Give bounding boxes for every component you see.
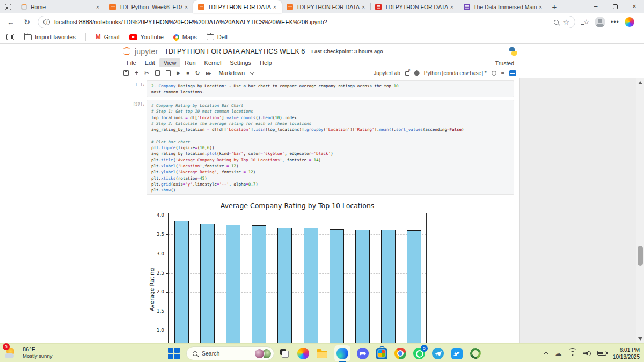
cell-type-dropdown[interactable]: Markdown [219,70,245,76]
tab-label: TDI_Python_Week6_EDA (1) [119,4,182,10]
tab-week6-notebook-2[interactable]: TDI PYTHON FOR DATA ANA × [282,0,370,13]
url-bar[interactable]: i localhost:8888/notebooks/TDI%20PYTHON%… [38,16,575,28]
scroll-up-arrow-icon[interactable] [638,81,642,84]
copilot-icon[interactable] [625,17,634,27]
code-token: value_counts [226,115,255,120]
edge-button-active[interactable] [334,345,350,361]
restart-kernel-button[interactable]: ↻ [195,70,200,76]
notifications-icon[interactable] [509,70,516,76]
import-favorites-button[interactable]: Import favorites [24,34,76,40]
menu-kernel[interactable]: Kernel [200,58,226,67]
tab-close-icon[interactable]: × [537,3,544,11]
wifi-icon[interactable] [568,350,577,357]
menu-view[interactable]: View [159,58,181,67]
scroll-down-arrow-icon[interactable] [638,337,642,341]
trusted-button[interactable]: Trusted [493,59,516,68]
chevron-down-icon[interactable] [250,70,254,74]
notebook-title[interactable]: TDI PYTHON FOR DATA ANALYTICS WEEK 6 [164,48,305,55]
tab-close-icon[interactable]: × [182,3,190,11]
scrollbar-thumb[interactable] [638,246,643,266]
jupyter-brand[interactable]: jupyter TDI PYTHON FOR DATA ANALYTICS WE… [122,47,383,56]
tab-week6-eda[interactable]: TDI_Python_Week6_EDA (1) × [105,0,193,13]
window-minimize-button[interactable]: – [586,0,605,13]
debugger-icon[interactable] [414,71,419,76]
new-tab-button[interactable]: + [547,0,561,13]
tab-close-icon[interactable]: × [448,3,456,11]
notebook-scroll-area[interactable]: [ ]: 2. Company Ratings by Location: - U… [0,78,519,343]
chrome-button[interactable] [394,347,407,360]
copy-cell-button[interactable] [155,70,160,76]
start-button[interactable] [168,348,180,359]
menu-edit[interactable]: Edit [141,58,159,67]
paste-cell-button[interactable] [166,70,171,76]
favorite-star-icon[interactable]: ☆ [563,19,569,26]
cut-cell-button[interactable]: ✂ [144,70,149,76]
kernel-menu-icon[interactable]: ≡ [501,70,504,77]
battery-icon[interactable] [597,351,606,356]
task-view-button[interactable] [278,347,291,360]
code-cell-input[interactable]: # Company Rating by Location Bar Chart# … [147,100,514,195]
restart-run-all-button[interactable]: ▶▶ [206,71,211,75]
trending-search-thumbnail[interactable] [254,349,265,359]
favorites-divider [85,33,86,41]
code-line: plt.title('Average Company Rating by Top… [151,157,514,163]
jupyterlab-link[interactable]: JupyterLab [374,70,400,76]
sidebar-toggle-icon[interactable] [6,34,14,40]
browser-menu-icon[interactable]: ••• [611,18,619,26]
file-explorer-button[interactable] [316,347,328,360]
save-button[interactable] [123,70,129,76]
vertical-scrollbar[interactable] [636,78,644,343]
menu-settings[interactable]: Settings [225,58,255,67]
code-token: (axis [171,182,183,187]
folder-icon [207,34,214,40]
url-text[interactable]: localhost:8888/notebooks/TDI%20PYTHON%20… [54,19,550,25]
favorite-youtube[interactable]: YouTube [129,34,164,40]
taskbar-search-box[interactable]: Search [186,346,274,360]
tab-week6-notebook-active[interactable]: TDI PYTHON FOR DATA ANA × [193,0,282,13]
kernel-name[interactable]: Python [conda env:base] * [424,70,487,76]
tab-data-immersed[interactable]: The Data Immersed Main Su × [459,0,547,13]
tab-week6-pdf[interactable]: TDI PYTHON FOR DATA ANA × [370,0,459,13]
menu-file[interactable]: File [122,58,141,67]
bar [226,225,240,343]
collections-icon[interactable] [581,18,589,26]
onedrive-icon[interactable]: ☁ [554,350,562,357]
favorite-gmail[interactable]: M Gmail [96,33,120,41]
stop-kernel-button[interactable]: ■ [186,71,189,76]
zoom-page-icon[interactable] [554,20,559,25]
checkpoint-status: Last Checkpoint: 3 hours ago [311,48,383,54]
refresh-button[interactable]: ↻ [21,18,32,26]
window-maximize-button[interactable] [605,0,625,13]
whatsapp-button[interactable]: 5 [413,347,426,360]
twitter-button[interactable] [450,347,463,360]
volume-icon[interactable] [583,350,591,357]
menu-help[interactable]: Help [255,58,276,67]
clock[interactable]: 6:01 PM 10/13/2025 [613,346,640,360]
tab-label: TDI PYTHON FOR DATA ANA [296,4,360,10]
tab-close-icon[interactable]: × [271,3,279,11]
back-button[interactable]: ← [5,18,16,26]
loop-button[interactable] [469,347,482,360]
discord-button[interactable] [356,347,369,360]
menu-run[interactable]: Run [180,58,200,67]
microsoft-store-button[interactable] [375,347,388,360]
window-close-button[interactable]: × [625,0,644,13]
favorite-maps[interactable]: Maps [173,34,197,40]
favorite-dell[interactable]: Dell [207,34,228,40]
copilot-button[interactable] [297,347,310,360]
tab-search-button[interactable] [0,0,16,13]
code-token: head [263,115,273,120]
tray-expand-icon[interactable] [543,351,548,357]
tab-close-icon[interactable]: × [360,3,367,11]
tab-close-icon[interactable]: × [94,3,101,11]
tab-home[interactable]: Home × [16,0,105,13]
add-cell-button[interactable]: + [135,70,138,76]
weather-widget[interactable]: 5 86°F Mostly sunny [4,345,52,359]
run-cell-button[interactable]: ▶ [177,71,180,76]
external-link-icon[interactable] [405,71,409,76]
site-info-icon[interactable]: i [43,19,50,25]
profile-avatar[interactable] [595,17,605,27]
markdown-source-cell[interactable]: 2. Company Ratings by Location: - Use a … [147,80,514,97]
telegram-button[interactable] [431,347,444,360]
code-token: plt. [151,158,161,162]
